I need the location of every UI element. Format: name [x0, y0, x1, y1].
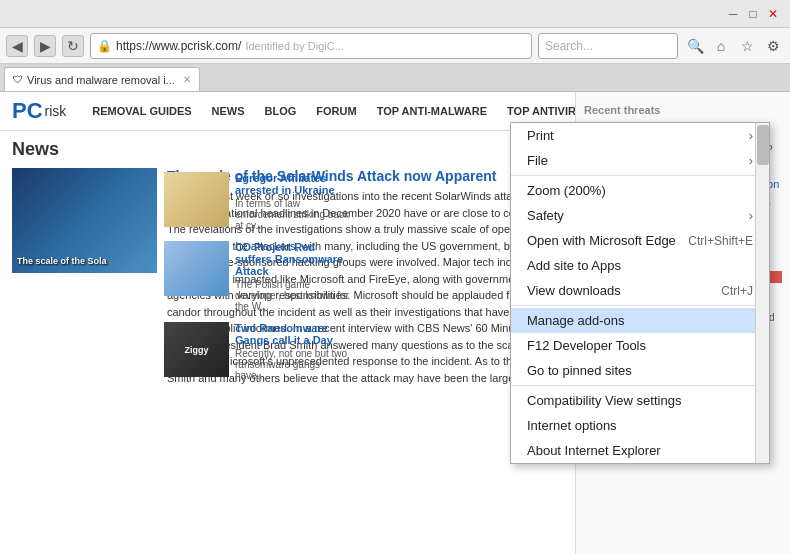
page-content: PC risk REMOVAL GUIDES NEWS BLOG FORUM T… — [0, 92, 575, 554]
identified-label: Identified by DigiC... — [245, 40, 343, 52]
menu-item-add-apps-label: Add site to Apps — [527, 258, 621, 273]
menu-sep-2 — [511, 305, 769, 306]
menu-item-compat-label: Compatibility View settings — [527, 393, 681, 408]
menu-item-downloads[interactable]: View downloads Ctrl+J — [511, 278, 769, 303]
side-article-title-1[interactable]: CD Projekt Red suffers Ransomware Attack — [235, 241, 351, 277]
nav-menu: REMOVAL GUIDES NEWS BLOG FORUM TOP ANTI-… — [82, 101, 575, 121]
menu-item-edge-label: Open with Microsoft Edge — [527, 233, 676, 248]
menu-item-file-label: File — [527, 153, 548, 168]
side-article-title-0[interactable]: Egregor Affiliates arrested in Ukraine — [235, 172, 351, 196]
star-icon[interactable]: ☆ — [736, 35, 758, 57]
menu-arrow-safety: › — [749, 208, 753, 223]
search-placeholder: Search... — [545, 39, 593, 53]
title-bar: ─ □ ✕ — [0, 0, 790, 28]
main-article-image: The scale of the Sola — [12, 168, 157, 273]
address-bar: ◀ ▶ ↻ 🔒 https://www.pcrisk.com/ Identifi… — [0, 28, 790, 64]
side-article-2: Ziggy Two Ransomware Gangs call it a Day… — [164, 322, 351, 381]
side-article-img-0 — [164, 172, 229, 227]
menu-item-safety[interactable]: Safety › — [511, 203, 769, 228]
news-section-title: News — [12, 139, 563, 160]
menu-item-options-label: Internet options — [527, 418, 617, 433]
secure-icon: 🔒 — [97, 39, 112, 53]
tab-favicon: 🛡 — [13, 74, 23, 85]
minimize-button[interactable]: ─ — [724, 5, 742, 23]
scrollbar-thumb — [757, 125, 769, 165]
menu-item-about[interactable]: About Internet Explorer — [511, 438, 769, 463]
menu-item-file[interactable]: File › — [511, 148, 769, 173]
search-box[interactable]: Search... — [538, 33, 678, 59]
tab-close-button[interactable]: ✕ — [183, 74, 191, 85]
menu-item-print[interactable]: Print › — [511, 123, 769, 148]
sidebar-recent-threats-title: Recent threats — [584, 104, 782, 116]
nav-news[interactable]: NEWS — [202, 101, 255, 121]
url-text: https://www.pcrisk.com/ — [116, 39, 241, 53]
menu-shortcut-downloads: Ctrl+J — [721, 284, 753, 298]
nav-antivirus[interactable]: TOP ANTIVIRUS 2021 — [497, 101, 575, 121]
toolbar-icons: 🔍 ⌂ ☆ ⚙ — [684, 35, 784, 57]
menu-sep-1 — [511, 175, 769, 176]
menu-item-about-label: About Internet Explorer — [527, 443, 661, 458]
site-header: PC risk REMOVAL GUIDES NEWS BLOG FORUM T… — [0, 92, 575, 131]
context-menu: Print › File › Zoom (200%) Safety › Open… — [510, 122, 770, 464]
side-article-0: Egregor Affiliates arrested in Ukraine I… — [164, 172, 351, 231]
context-menu-scrollbar[interactable] — [755, 123, 769, 463]
menu-item-pinned-label: Go to pinned sites — [527, 363, 632, 378]
menu-shortcut-edge: Ctrl+Shift+E — [688, 234, 753, 248]
url-box[interactable]: 🔒 https://www.pcrisk.com/ Identified by … — [90, 33, 532, 59]
forward-button[interactable]: ▶ — [34, 35, 56, 57]
side-article-img-1 — [164, 241, 229, 296]
menu-arrow-print: › — [749, 128, 753, 143]
browser-tab[interactable]: 🛡 Virus and malware removal i... ✕ — [4, 67, 200, 91]
nav-antimalware[interactable]: TOP ANTI-MALWARE — [367, 101, 497, 121]
close-button[interactable]: ✕ — [764, 5, 782, 23]
side-article-text-1: The Polish game developer, best known fo… — [235, 279, 351, 312]
menu-arrow-file: › — [749, 153, 753, 168]
side-article-text-0: In terms of law enforcement striking bac… — [235, 198, 351, 231]
menu-item-options[interactable]: Internet options — [511, 413, 769, 438]
browser-content: PC risk REMOVAL GUIDES NEWS BLOG FORUM T… — [0, 92, 790, 554]
menu-item-f12[interactable]: F12 Developer Tools — [511, 333, 769, 358]
side-article-1: CD Projekt Red suffers Ransomware Attack… — [164, 241, 351, 312]
article-image-text: The scale of the Sola — [17, 256, 107, 268]
menu-item-compat[interactable]: Compatibility View settings — [511, 388, 769, 413]
menu-item-pinned[interactable]: Go to pinned sites — [511, 358, 769, 383]
menu-item-manage-addons[interactable]: Manage add-ons — [511, 308, 769, 333]
menu-item-f12-label: F12 Developer Tools — [527, 338, 646, 353]
menu-item-add-apps[interactable]: Add site to Apps — [511, 253, 769, 278]
side-article-body-0: Egregor Affiliates arrested in Ukraine I… — [235, 172, 351, 231]
nav-blog[interactable]: BLOG — [255, 101, 307, 121]
logo-icon: PC — [12, 98, 43, 124]
menu-item-manage-addons-label: Manage add-ons — [527, 313, 625, 328]
menu-item-downloads-label: View downloads — [527, 283, 621, 298]
site-logo[interactable]: PC risk — [12, 98, 66, 124]
side-article-title-2[interactable]: Two Ransomware Gangs call it a Day — [235, 322, 351, 346]
side-article-text-2: Recently, not one but two ransomware gan… — [235, 348, 351, 381]
refresh-button[interactable]: ↻ — [62, 35, 84, 57]
side-article-body-2: Two Ransomware Gangs call it a Day Recen… — [235, 322, 351, 381]
menu-item-zoom-label: Zoom (200%) — [527, 183, 606, 198]
tab-label: Virus and malware removal i... — [27, 74, 175, 86]
side-articles: Egregor Affiliates arrested in Ukraine I… — [160, 172, 355, 391]
side-article-body-1: CD Projekt Red suffers Ransomware Attack… — [235, 241, 351, 312]
menu-sep-3 — [511, 385, 769, 386]
back-button[interactable]: ◀ — [6, 35, 28, 57]
maximize-button[interactable]: □ — [744, 5, 762, 23]
tab-bar: 🛡 Virus and malware removal i... ✕ — [0, 64, 790, 92]
gear-icon[interactable]: ⚙ — [762, 35, 784, 57]
nav-removal-guides[interactable]: REMOVAL GUIDES — [82, 101, 201, 121]
menu-item-zoom[interactable]: Zoom (200%) — [511, 178, 769, 203]
menu-item-safety-label: Safety — [527, 208, 564, 223]
menu-item-print-label: Print — [527, 128, 554, 143]
search-icon[interactable]: 🔍 — [684, 35, 706, 57]
nav-forum[interactable]: FORUM — [306, 101, 366, 121]
logo-text: risk — [45, 103, 67, 119]
home-icon[interactable]: ⌂ — [710, 35, 732, 57]
menu-item-edge[interactable]: Open with Microsoft Edge Ctrl+Shift+E — [511, 228, 769, 253]
side-article-img-2: Ziggy — [164, 322, 229, 377]
